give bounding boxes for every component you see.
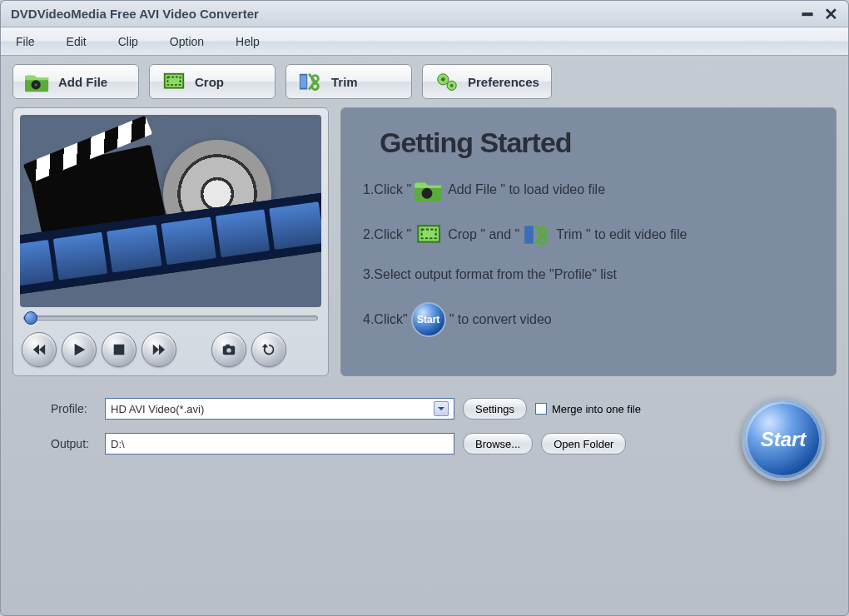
window-controls: ━ ✕ bbox=[802, 4, 838, 24]
merge-label: Merge into one file bbox=[552, 403, 641, 415]
svg-point-16 bbox=[422, 188, 433, 199]
rotate-button[interactable] bbox=[251, 332, 286, 367]
titlebar: DVDVideoMedia Free AVI Video Converter ━… bbox=[1, 1, 848, 27]
stop-button[interactable] bbox=[102, 332, 137, 367]
guide-step-2: 2.Click " Crop " and " Trim " to edit vi… bbox=[363, 222, 814, 247]
svg-rect-15 bbox=[226, 345, 230, 347]
app-window: DVDVideoMedia Free AVI Video Converter ━… bbox=[0, 0, 849, 616]
svg-point-1 bbox=[34, 83, 37, 87]
start-button[interactable]: Start bbox=[742, 398, 825, 481]
playback-controls bbox=[20, 325, 321, 369]
merge-checkbox-row[interactable]: Merge into one file bbox=[535, 403, 641, 415]
chevron-down-icon[interactable] bbox=[434, 401, 449, 416]
seek-slider[interactable] bbox=[23, 315, 318, 320]
rewind-button[interactable] bbox=[22, 332, 57, 367]
profile-label: Profile: bbox=[51, 402, 97, 415]
guide-step-1: 1.Click " Add File " to load video file bbox=[363, 177, 814, 202]
open-folder-button[interactable]: Open Folder bbox=[541, 433, 626, 455]
merge-checkbox[interactable] bbox=[535, 403, 547, 415]
crop-button[interactable]: Crop bbox=[149, 64, 276, 99]
bottom-area: Profile: HD AVI Video(*.avi) Settings Me… bbox=[1, 385, 848, 493]
menu-file[interactable]: File bbox=[16, 35, 35, 48]
svg-point-14 bbox=[226, 348, 231, 352]
browse-button[interactable]: Browse... bbox=[463, 433, 533, 455]
output-row: Output: D:\ Browse... Open Folder bbox=[51, 433, 641, 455]
folder-film-icon bbox=[415, 177, 444, 202]
toolbar: Add File Crop Trim Preferences bbox=[1, 56, 848, 107]
getting-started-panel: Getting Started 1.Click " Add File " to … bbox=[340, 107, 837, 376]
preferences-label: Preferences bbox=[468, 75, 539, 89]
svg-rect-12 bbox=[114, 345, 125, 355]
settings-button[interactable]: Settings bbox=[463, 398, 527, 420]
seek-thumb[interactable] bbox=[24, 311, 37, 325]
trim-label: Trim bbox=[331, 75, 358, 89]
profile-row: Profile: HD AVI Video(*.avi) Settings Me… bbox=[51, 398, 641, 420]
menu-option[interactable]: Option bbox=[170, 35, 204, 48]
guide-title: Getting Started bbox=[380, 127, 814, 159]
add-file-button[interactable]: Add File bbox=[12, 64, 139, 99]
forward-button[interactable] bbox=[142, 332, 176, 367]
menu-help[interactable]: Help bbox=[236, 35, 260, 48]
gear-icon bbox=[434, 71, 459, 92]
play-button[interactable] bbox=[62, 332, 97, 367]
preview-image bbox=[20, 115, 321, 307]
output-path-value: D:\ bbox=[111, 438, 125, 450]
output-form: Profile: HD AVI Video(*.avi) Settings Me… bbox=[51, 398, 641, 455]
folder-film-icon bbox=[25, 71, 50, 92]
svg-rect-19 bbox=[524, 226, 534, 243]
profile-combobox[interactable]: HD AVI Video(*.avi) bbox=[105, 398, 454, 420]
svg-point-11 bbox=[450, 84, 454, 87]
guide-step-3: 3.Select output format from the "Profile… bbox=[363, 267, 814, 282]
svg-rect-5 bbox=[300, 76, 307, 88]
crop-icon bbox=[161, 71, 186, 92]
trim-button[interactable]: Trim bbox=[285, 64, 412, 99]
output-path-field[interactable]: D:\ bbox=[105, 433, 454, 455]
svg-point-9 bbox=[441, 77, 445, 82]
snapshot-button[interactable] bbox=[211, 332, 246, 367]
crop-icon bbox=[415, 222, 444, 247]
preview-panel bbox=[12, 107, 329, 376]
menubar: File Edit Clip Option Help bbox=[1, 27, 848, 56]
seek-slider-row bbox=[20, 307, 321, 325]
add-file-label: Add File bbox=[58, 75, 107, 89]
crop-label: Crop bbox=[195, 75, 224, 89]
trim-scissors-icon bbox=[523, 222, 553, 247]
close-button[interactable]: ✕ bbox=[824, 4, 838, 24]
menu-edit[interactable]: Edit bbox=[67, 35, 87, 48]
minimize-button[interactable]: ━ bbox=[802, 4, 812, 24]
preferences-button[interactable]: Preferences bbox=[422, 64, 552, 99]
start-mini-icon: Start bbox=[411, 302, 446, 337]
window-title: DVDVideoMedia Free AVI Video Converter bbox=[11, 7, 802, 21]
trim-scissors-icon bbox=[298, 71, 323, 92]
output-label: Output: bbox=[51, 437, 97, 450]
main-area: Getting Started 1.Click " Add File " to … bbox=[1, 107, 848, 385]
menu-clip[interactable]: Clip bbox=[118, 35, 138, 48]
guide-step-4: 4.Click" Start " to convert video bbox=[363, 302, 814, 337]
profile-value: HD AVI Video(*.avi) bbox=[111, 403, 204, 415]
